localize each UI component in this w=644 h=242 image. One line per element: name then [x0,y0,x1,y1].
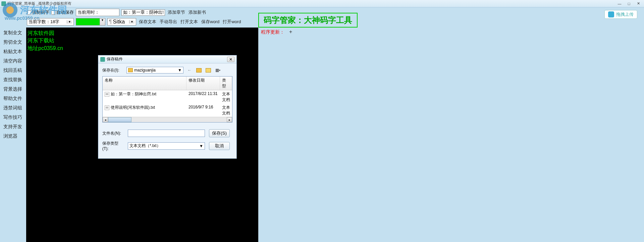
filetype-selector[interactable]: 文本文档（*.txt） ▼ [128,142,205,150]
editor-line: 地址pc0359.cn [28,45,257,52]
sidebar-recover[interactable]: 找回丢稿 [0,66,26,75]
scroll-left-button[interactable]: ◂ [103,117,108,122]
window-titlebar: 码字管家_简单版 _孤情君少@版权所有 — □ ✕ [0,0,644,7]
filetype-label: 保存类型(T): [102,141,124,151]
folder-icon [128,68,133,72]
word-count-text: 当前字数：18字 [29,19,59,25]
filetype-value: 文本文档（*.txt） [129,143,161,149]
sidebar-paste[interactable]: 粘贴文本 [0,47,26,56]
sidebar-copy-all[interactable]: 复制全文 [0,28,26,38]
text-file-icon [105,105,109,110]
nav-new-folder-icon[interactable] [205,67,212,74]
time-display: 当前用时： [76,9,119,16]
chapter-example-input[interactable] [121,9,165,16]
sidebar-forbidden-words[interactable]: 违禁词组 [0,103,26,113]
auto-save-label: 自动保存 [56,9,74,15]
column-date[interactable]: 修改日期 [186,77,220,90]
column-name[interactable]: 名称 [103,77,186,90]
cloud-upload-icon [608,11,614,17]
save-location-row: 保存在(I): maziguanjia ▼ ← ▦▾ [102,67,232,74]
editor-line: 河东软件园 [28,30,257,37]
scroll-right-button[interactable]: ▸ [227,117,232,122]
file-name: 使用说明(河东软件园).txt [111,105,155,110]
nav-up-icon[interactable] [196,67,202,74]
app-banner: 码字管家：大神码字工具 [258,13,358,28]
upload-label: 拖拽上传 [616,11,634,17]
font-selector[interactable]: ¶ Sitka ▼ [107,18,136,26]
sidebar-support[interactable]: 支持开发 [0,122,26,132]
save-file-dialog: 保存稿件 ✕ 保存在(I): maziguanjia ▼ ← ▦▾ 名称 修改日… [98,55,237,159]
font-name-text: Sitka [113,19,125,25]
save-in-label: 保存在(I): [102,67,124,73]
sidebar-clear[interactable]: 清空内容 [0,56,26,66]
dialog-title-text: 保存稿件 [107,56,123,62]
save-button[interactable]: 保存(S) [209,129,230,137]
filetype-row: 保存类型(T): 文本文档（*.txt） ▼ 取消 [102,141,232,151]
sidebar-help[interactable]: 帮助文件 [0,94,26,103]
add-chapter-button[interactable]: 添加章节 [167,9,186,15]
save-text-button[interactable]: 保存文本 [138,19,157,25]
dialog-close-button[interactable]: ✕ [227,57,234,62]
cancel-button[interactable]: 取消 [209,142,230,150]
folder-dropdown-icon[interactable]: ▼ [178,68,182,72]
add-book-button[interactable]: 添加新书 [188,9,207,15]
word-count-display: 当前字数：18字 ▼ [27,18,74,26]
expand-updates-button[interactable]: + [289,29,292,35]
file-list[interactable]: 名称 修改日期 类型 如：第一章：阴神出窍.txt 2017/8/22 11:3… [102,76,232,123]
file-type: 文本文档 [220,104,232,116]
filename-row: 文件名(N): 保存(S) [102,129,232,137]
sidebar-background[interactable]: 背景选择 [0,85,26,94]
time-label: 当前用时： [77,10,99,15]
folder-name: maziguanjia [134,68,156,72]
main-area: 复制全文 剪切全文 粘贴文本 清空内容 找回丢稿 查找替换 背景选择 帮助文件 … [0,28,644,242]
sidebar-writing-tips[interactable]: 写作技巧 [0,113,26,122]
right-panel: 程序更新： + [258,28,644,242]
nav-view-icon[interactable]: ▦▾ [214,67,221,74]
word-count-dropdown-icon[interactable]: ▼ [67,20,72,23]
dialog-titlebar: 保存稿件 ✕ [98,55,236,63]
folder-selector[interactable]: maziguanjia ▼ [126,67,183,74]
drag-upload-widget[interactable]: 拖拽上传 [604,10,637,19]
sidebar-find-replace[interactable]: 查找替换 [0,75,26,85]
file-date: 2017/8/22 11:31 [186,91,220,103]
dialog-footer: 文件名(N): 保存(S) 保存类型(T): 文本文档（*.txt） ▼ 取消 [98,126,236,158]
sidebar-browser[interactable]: 浏览器 [0,132,26,141]
filetype-dropdown-icon[interactable]: ▼ [199,144,203,148]
filename-input[interactable] [128,130,205,137]
text-color-picker[interactable]: ▼ [76,18,105,26]
font-icon: ¶ [109,19,112,25]
file-row[interactable]: 如：第一章：阴神出窍.txt 2017/8/22 11:31 文本文档 [103,90,232,104]
text-file-icon [105,92,109,97]
close-button[interactable]: ✕ [634,1,643,6]
horizontal-scrollbar[interactable]: ◂ ▸ [103,117,232,122]
font-dropdown-icon[interactable]: ▼ [129,20,135,23]
file-row[interactable]: 使用说明(河东软件园).txt 2016/9/7 9:16 文本文档 [103,104,232,117]
file-list-header: 名称 修改日期 类型 [103,77,232,90]
nav-back-icon[interactable]: ← [186,67,193,74]
auto-save-input[interactable] [51,10,56,15]
open-word-button[interactable]: 打开word [222,19,241,25]
auto-save-checkbox[interactable]: 自动保存 [51,9,74,15]
maximize-button[interactable]: □ [625,1,633,6]
program-update-label: 程序更新： [261,29,284,35]
scrollbar-thumb[interactable] [108,117,131,122]
force-typing-label: 强制码字 [32,9,49,15]
column-type[interactable]: 类型 [220,77,232,90]
color-dropdown-icon[interactable]: ▼ [100,18,105,25]
sidebar: 复制全文 剪切全文 粘贴文本 清空内容 找回丢稿 查找替换 背景选择 帮助文件 … [0,28,26,242]
manual-export-button[interactable]: 手动导出 [159,19,178,25]
sidebar-cut-all[interactable]: 剪切全文 [0,38,26,47]
filename-label: 文件名(N): [102,131,124,136]
file-name: 如：第一章：阴神出窍.txt [111,92,156,96]
dialog-body: 保存在(I): maziguanjia ▼ ← ▦▾ 名称 修改日期 类型 如：… [98,63,236,126]
save-word-button[interactable]: 保存word [201,19,220,25]
editor-line: 河东下载站 [28,37,257,44]
window-title: 码字管家_简单版 _孤情君少@版权所有 [7,1,71,6]
app-icon [1,1,6,6]
minimize-button[interactable]: — [615,1,624,6]
file-type: 文本文档 [220,91,232,103]
dialog-icon [100,57,105,62]
force-typing-input[interactable] [27,10,31,15]
open-text-button[interactable]: 打开文本 [180,19,199,25]
force-typing-checkbox[interactable]: 强制码字 [27,9,49,15]
